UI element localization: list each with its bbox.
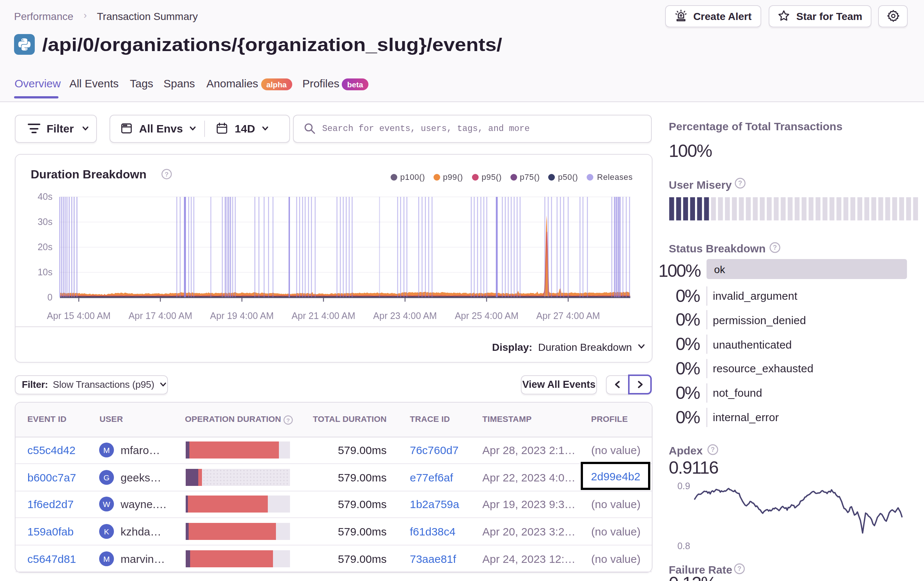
svg-text:?: ? <box>711 446 714 454</box>
svg-text:?: ? <box>738 565 742 572</box>
svg-text:?: ? <box>165 170 169 178</box>
svg-text:?: ? <box>738 180 742 187</box>
svg-text:?: ? <box>286 417 289 423</box>
svg-text:?: ? <box>773 243 777 251</box>
